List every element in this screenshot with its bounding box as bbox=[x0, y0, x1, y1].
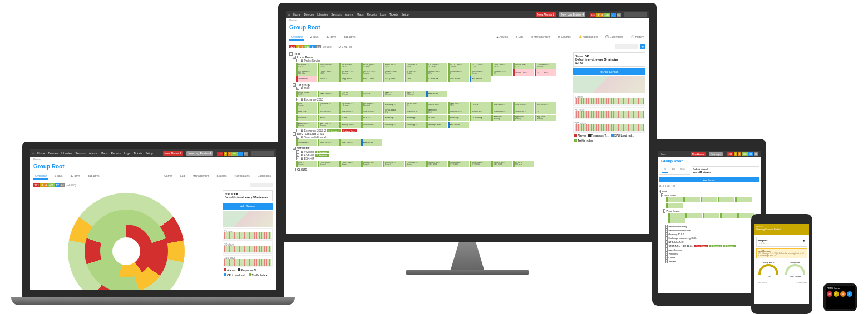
add-sensor-tile[interactable]: Add Sensor bbox=[448, 122, 469, 128]
search-input[interactable] bbox=[624, 12, 647, 17]
sensor-tile[interactable]: Service: PR...Running bbox=[339, 69, 361, 76]
nav-libraries[interactable]: Libraries bbox=[317, 13, 328, 16]
sunburst-view[interactable] bbox=[33, 190, 219, 290]
expand-icon[interactable]: − bbox=[296, 87, 299, 90]
watch-status-dot[interactable]: 8 bbox=[840, 291, 846, 297]
sensor-tile[interactable]: IMAP 355 msec bbox=[383, 91, 404, 97]
sensor-tile[interactable]: Processor ...Normal bbox=[383, 161, 404, 167]
sensor-tile[interactable]: S: Total ... bbox=[426, 115, 447, 121]
status-badge[interactable]: 4 bbox=[228, 152, 231, 156]
sensor-tile[interactable]: HTTP Tran...1,243 ... bbox=[470, 63, 491, 69]
chart-365days[interactable]: 365 days bbox=[573, 121, 645, 133]
tree-node[interactable]: − Exchange mexexchng 10.0... bbox=[665, 236, 760, 240]
subtab-notifications[interactable]: Notifications bbox=[233, 173, 251, 180]
nav-home[interactable]: Home bbox=[293, 13, 300, 16]
sensor-tile[interactable]: Volume IO ... bbox=[296, 115, 317, 121]
expand-icon[interactable]: − bbox=[296, 98, 299, 101]
subtab-history[interactable]: 🕐 History bbox=[629, 34, 645, 41]
chart-365days[interactable]: 365 days bbox=[223, 255, 273, 267]
status-badge[interactable]: 461 bbox=[742, 152, 748, 156]
sensor-tile[interactable]: Ping Jitter 1 bbox=[339, 76, 361, 82]
nav-logs[interactable]: Logs bbox=[124, 152, 130, 155]
sensor-tile[interactable]: Exchange ... bbox=[405, 122, 426, 128]
sensor-tile[interactable]: XML Custo...0 msec bbox=[470, 69, 491, 76]
sensor-tile[interactable]: Exchange ... bbox=[405, 115, 426, 121]
nav-setup[interactable]: Setup bbox=[402, 13, 409, 16]
nav-libraries[interactable]: Libraries bbox=[61, 152, 72, 155]
sensor-tile[interactable]: ENC1 DBKill... bbox=[361, 76, 382, 82]
status-badge[interactable]: 61 bbox=[244, 152, 248, 156]
status-badge[interactable]: 4 bbox=[738, 152, 741, 156]
sensor-tile[interactable]: SSL Certifi ... bbox=[361, 108, 382, 114]
sensor-tile[interactable]: Volume IO ... bbox=[513, 108, 534, 114]
rating[interactable]: ★★★☆☆ bbox=[758, 242, 805, 245]
sensor-tile[interactable]: MSExchan... bbox=[361, 122, 382, 128]
nav-home[interactable]: Home bbox=[37, 152, 45, 155]
sensor-tile[interactable]: Processor ...Normal bbox=[405, 161, 426, 167]
sensor-tile[interactable]: sFlow V5.10 kbit/s bbox=[405, 69, 426, 76]
sensor-tile[interactable]: Email Delivery3,737 ... bbox=[296, 91, 317, 97]
search-input[interactable] bbox=[251, 151, 274, 156]
subtab-alarms[interactable]: ▲ Alarms bbox=[495, 34, 510, 41]
new-alarms-button[interactable]: New Alarms bbox=[691, 152, 706, 156]
pause-icon[interactable]: ▮▮ bbox=[803, 239, 805, 242]
tree-node[interactable]: − Windows bbox=[665, 252, 760, 256]
sensor-tile[interactable]: ParentFold...3,321 ... bbox=[513, 63, 534, 69]
watch-status-dot[interactable]: 41 bbox=[827, 291, 832, 297]
sensor-tile[interactable]: HTTP 7 bbox=[535, 108, 556, 114]
sensor-tile[interactable]: System Bo...3,339 RPM bbox=[448, 161, 469, 167]
tree-node[interactable]: − Probe Device bbox=[663, 209, 760, 225]
tab-2days[interactable]: 2 days bbox=[309, 34, 320, 41]
tab-overview[interactable]: Overview bbox=[289, 34, 304, 41]
group-node[interactable]: − CLOUD bbox=[293, 168, 570, 171]
add-sensor-tile[interactable]: Add Sensor bbox=[470, 76, 491, 82]
sensor-tile[interactable]: Traceroute... bbox=[296, 76, 317, 82]
sensor-tile[interactable]: Memory 765 % bbox=[426, 108, 447, 114]
tree-node[interactable]: − STRG NON_HDD 10.0... Free Disk... 3 Se… bbox=[665, 244, 760, 248]
sensor-tile[interactable]: Power Sup...Normal bbox=[318, 161, 339, 167]
sensor-tile[interactable]: FTP Data ...311 msec bbox=[426, 63, 447, 69]
sensor-tile[interactable]: Sensor Fac... bbox=[513, 69, 534, 76]
sensor-tile[interactable]: DNS 1 bbox=[405, 76, 426, 82]
sensor-tile[interactable]: hrsu86 825 bbox=[470, 108, 491, 114]
status-badge[interactable]: 3 bbox=[224, 152, 227, 156]
tree-node[interactable]: − Local Probe bbox=[661, 193, 760, 209]
nav-alarms[interactable]: Alarms bbox=[89, 152, 98, 155]
add-sensor-button[interactable]: Add Sensor bbox=[223, 203, 273, 210]
tab-365days[interactable]: 365 days bbox=[86, 173, 101, 180]
home-icon[interactable]: ⌂ bbox=[288, 13, 290, 16]
sensor-tile[interactable]: System Bo...3,351 RPM bbox=[470, 161, 491, 167]
subtab-log[interactable]: Log bbox=[179, 173, 186, 180]
subtab-settings[interactable]: Settings bbox=[215, 173, 229, 180]
sensor-tile[interactable]: HTTP Full ... bbox=[535, 69, 556, 76]
nav-tickets[interactable]: Tickets bbox=[389, 13, 398, 16]
sensor-tile[interactable]: IIS 8.0 SM... bbox=[426, 102, 447, 108]
sensor-tile[interactable]: POP3 3 bbox=[361, 91, 382, 97]
tab-30days[interactable]: 30 days bbox=[325, 34, 338, 41]
tab-365days[interactable]: 365 days bbox=[342, 34, 357, 41]
sensor-tile[interactable]: PC Custom...97 msec bbox=[535, 63, 556, 69]
status-badge[interactable]: 121 bbox=[217, 152, 223, 156]
sensor-tile[interactable]: Common Sa...100 % bbox=[318, 63, 339, 69]
breadcrumb[interactable]: Devices bbox=[286, 18, 649, 22]
sensor-tile[interactable]: SSL Certifi ... bbox=[513, 102, 534, 108]
sensor-tile[interactable]: Disk Free 8 bbox=[405, 108, 426, 114]
tree-node[interactable]: − NTB-JohnQ-10 bbox=[665, 240, 760, 244]
device-node[interactable]: − 🖥 Probe Device bbox=[296, 59, 570, 62]
sensor-tile[interactable]: Exchange ...Mounted bbox=[361, 102, 382, 108]
sensor-tile[interactable]: HTTP Tran...100 % bbox=[491, 63, 512, 69]
sensor-tile[interactable]: POP3 249 msec bbox=[339, 91, 361, 97]
sensor-tile[interactable]: WMI UTC 153 % bbox=[448, 102, 469, 108]
sensor-tile[interactable]: Exchange ... bbox=[448, 115, 469, 121]
refresh-button[interactable]: ↻ bbox=[640, 44, 645, 49]
tree-node[interactable]: − paessler.com bbox=[665, 248, 760, 252]
tab-2days[interactable]: 2 days bbox=[53, 173, 65, 180]
subtab-notifications[interactable]: 🔔 Notifications bbox=[577, 34, 600, 41]
sensor-tile[interactable]: Core Health100 % bbox=[339, 63, 361, 69]
sensor-tile[interactable]: IMAP Roun... bbox=[318, 91, 339, 97]
nav-sensors[interactable]: Sensors bbox=[75, 152, 85, 155]
nav-maps[interactable]: Maps bbox=[357, 13, 363, 16]
device-node[interactable]: − 🖥 Sonicwall-Firewall bbox=[296, 136, 570, 139]
new-alarms-button[interactable]: New Alarms 2 bbox=[536, 12, 556, 17]
sensor-tile[interactable]: HTTP 3147 msec bbox=[513, 161, 534, 167]
